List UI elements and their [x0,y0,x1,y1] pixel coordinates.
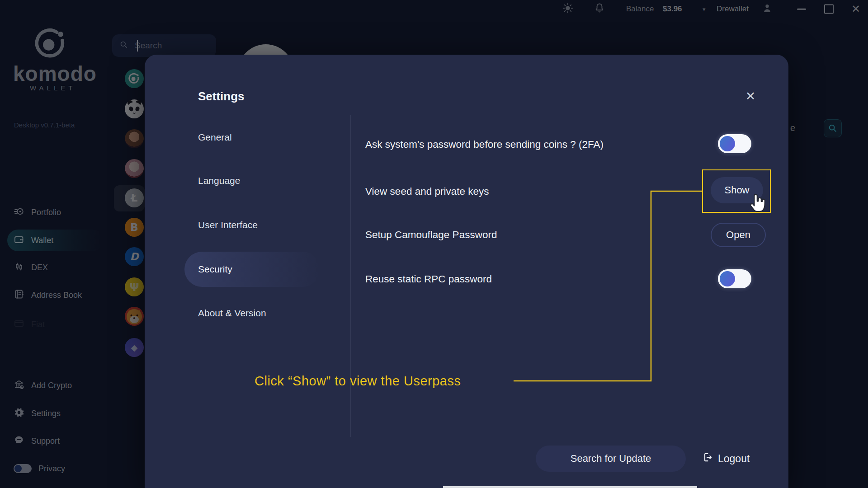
rpc-toggle[interactable] [718,269,751,288]
search-for-update-button[interactable]: Search for Update [536,446,686,472]
setting-label-camouflage: Setup Camouflage Password [365,229,497,241]
logout-button[interactable]: Logout [702,449,750,469]
setting-label-view-seed: View seed and private keys [365,186,489,197]
open-button[interactable]: Open [711,223,766,247]
app-window: Balance $3.96 ▾ Drewallet ✕ komodo WALLE… [0,0,868,488]
tab-general[interactable]: General [198,132,232,143]
logout-icon [702,451,713,466]
2fa-toggle[interactable] [718,134,751,153]
logout-label: Logout [718,453,750,465]
tab-security[interactable]: Security [198,264,232,275]
annotation-text: Click “Show” to view the Userpass [255,374,461,389]
modal-close-icon[interactable]: ✕ [740,85,761,107]
tab-about-version[interactable]: About & Version [198,308,266,319]
setting-label-2fa: Ask system's password before sending coi… [365,139,604,150]
tab-user-interface[interactable]: User Interface [198,220,258,230]
modal-title: Settings [198,89,245,103]
tab-language[interactable]: Language [198,175,240,186]
setting-label-rpc: Reuse static RPC password [365,273,492,285]
hand-cursor [747,192,769,213]
modal-divider [350,115,351,437]
bottom-edge-strip [443,486,697,488]
settings-modal: Settings ✕ General Language User Interfa… [145,55,788,488]
